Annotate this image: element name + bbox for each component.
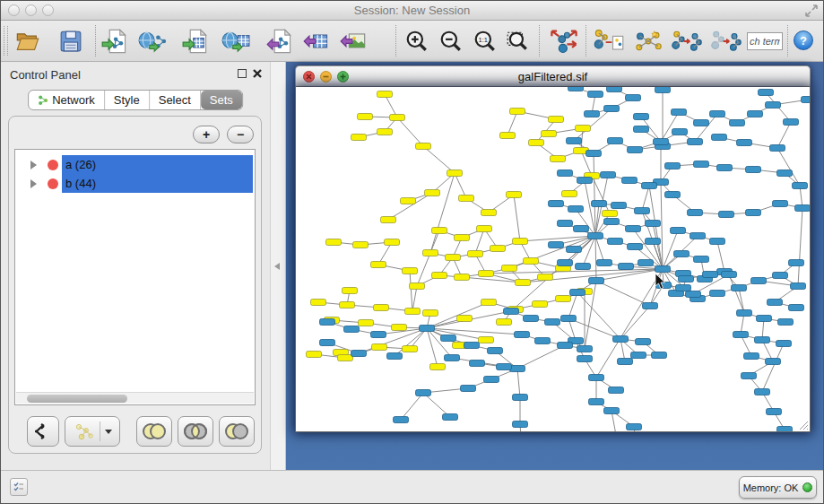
main-content: Control Panel Network Style: [1, 62, 823, 470]
memory-ok-indicator: [802, 482, 812, 492]
app-titlebar: Session: New Session: [1, 1, 823, 21]
dropdown-caret-icon[interactable]: [105, 430, 112, 434]
memory-status-label: Memory: OK: [743, 482, 799, 493]
import-table-url-icon: [221, 29, 250, 54]
import-network-file-button[interactable]: [100, 27, 129, 56]
network-frame: galFiltered.sif: [286, 62, 823, 470]
tab-select[interactable]: Select: [150, 91, 201, 109]
first-neighbors-button[interactable]: [630, 27, 666, 56]
scrollbar-thumb[interactable]: [27, 395, 127, 403]
venn-difference-icon: [223, 421, 250, 441]
expander-icon[interactable]: [30, 179, 37, 188]
import-network-file-icon: [101, 29, 128, 54]
tab-network[interactable]: Network: [29, 91, 105, 109]
export-image-button[interactable]: [339, 27, 368, 56]
show-all-icon: [710, 28, 742, 55]
zoom-fit-button[interactable]: [503, 27, 532, 56]
zoom-in-icon: [405, 30, 429, 53]
faded-network-icon: [74, 421, 95, 441]
fullscreen-icon[interactable]: [805, 4, 818, 17]
save-session-button[interactable]: [56, 27, 85, 56]
import-network-url-button[interactable]: [138, 27, 167, 56]
venn-intersection-icon: [182, 421, 209, 441]
svg-text:1:1: 1:1: [479, 36, 489, 44]
difference-button[interactable]: [219, 416, 255, 447]
zoom-actual-size-button[interactable]: 1:1: [471, 27, 499, 56]
app-title: Session: New Session: [1, 4, 823, 17]
network-canvas[interactable]: [295, 87, 811, 432]
memory-status-button[interactable]: Memory: OK: [739, 476, 817, 499]
toolbar-separator: [787, 25, 788, 56]
tab-sets[interactable]: Sets: [201, 91, 242, 109]
show-all-button[interactable]: [708, 27, 744, 56]
zoom-out-icon: [439, 30, 463, 53]
task-history-button[interactable]: [10, 478, 28, 496]
control-panel-tabs: Network Style Select Sets: [28, 90, 243, 110]
layout-arrows-icon: [549, 28, 579, 55]
mouse-cursor: [655, 273, 666, 290]
close-panel-icon[interactable]: [252, 68, 263, 79]
apply-layout-button[interactable]: [546, 27, 582, 56]
network-graph[interactable]: [296, 87, 811, 432]
export-table-button[interactable]: [302, 27, 331, 56]
sets-list[interactable]: a (26) b (44): [14, 149, 256, 405]
network-tab-icon: [38, 95, 48, 106]
export-image-icon: [340, 29, 367, 54]
export-table-icon: [303, 29, 330, 54]
network-from-selection-icon: [593, 28, 625, 55]
hide-selection-button[interactable]: [669, 27, 705, 56]
zoom-one-to-one-icon: 1:1: [473, 30, 497, 53]
toolbar-separator: [585, 25, 586, 56]
sets-panel: + − a (26) b (44): [8, 116, 262, 454]
intersection-button[interactable]: [178, 416, 213, 447]
export-network-button[interactable]: [265, 27, 294, 56]
union-button[interactable]: [136, 416, 172, 447]
hide-selection-icon: [671, 28, 703, 55]
network-frame-title: galFiltered.sif: [296, 70, 810, 83]
save-floppy-icon: [59, 30, 82, 53]
application-window: Session: New Session: [0, 0, 824, 504]
set-color-dot: [48, 160, 58, 170]
float-panel-icon[interactable]: [238, 69, 247, 78]
search-input[interactable]: [747, 32, 783, 50]
expander-icon[interactable]: [30, 161, 37, 169]
task-list-icon: [13, 482, 24, 492]
add-set-button[interactable]: +: [193, 126, 220, 143]
zoom-fit-icon: [506, 30, 529, 53]
import-table-file-icon: [182, 29, 209, 54]
first-neighbors-icon: [632, 28, 664, 55]
help-button[interactable]: ?: [794, 30, 813, 50]
set-label: b (44): [65, 177, 96, 190]
panel-splitter[interactable]: [270, 62, 286, 470]
remove-set-button[interactable]: −: [227, 126, 254, 143]
set-row-b[interactable]: b (44): [16, 174, 254, 193]
venn-union-icon: [141, 421, 168, 441]
open-session-button[interactable]: [13, 27, 42, 56]
toolbar-grip[interactable]: [4, 26, 8, 56]
network-desktop: galFiltered.sif: [286, 62, 823, 470]
main-toolbar: 1:1: [1, 21, 823, 62]
resize-grip-icon[interactable]: [797, 419, 809, 430]
import-table-file-button[interactable]: [181, 27, 210, 56]
open-folder-icon: [15, 30, 40, 53]
sets-actions: [9, 416, 261, 448]
new-network-from-selection-button[interactable]: [591, 27, 627, 56]
control-panel-title: Control Panel: [10, 68, 81, 82]
split-sets-button[interactable]: [27, 416, 59, 447]
control-panel-header: Control Panel: [1, 62, 270, 87]
create-set-from-style-button[interactable]: [65, 416, 120, 447]
horizontal-scrollbar[interactable]: [16, 392, 254, 404]
zoom-in-button[interactable]: [403, 27, 431, 56]
zoom-out-button[interactable]: [437, 27, 465, 56]
tab-style[interactable]: Style: [105, 91, 150, 109]
import-network-url-icon: [138, 29, 167, 54]
set-row-a[interactable]: a (26): [16, 155, 254, 174]
set-color-dot: [48, 178, 58, 189]
toolbar-separator: [539, 25, 540, 56]
split-arrows-icon: [33, 421, 53, 441]
import-table-url-button[interactable]: [221, 27, 250, 56]
set-label: a (26): [65, 158, 96, 171]
toolbar-separator: [95, 25, 96, 56]
network-frame-titlebar[interactable]: galFiltered.sif: [295, 65, 811, 87]
collapse-arrow-icon[interactable]: [274, 263, 280, 270]
